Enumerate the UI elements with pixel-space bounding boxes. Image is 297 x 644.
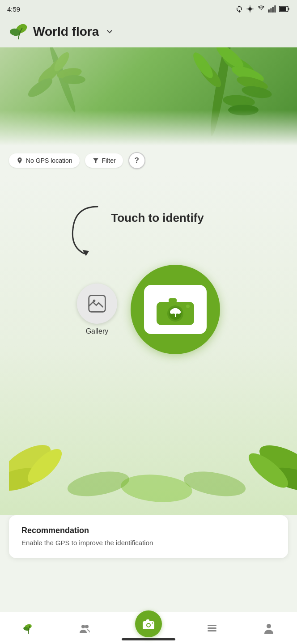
svg-point-45	[120, 472, 194, 505]
nav-community[interactable]	[72, 619, 98, 638]
help-button[interactable]: ?	[128, 152, 145, 169]
hero-fade	[0, 110, 297, 146]
recommendation-card: Recommendation Enable the GPS to improve…	[9, 515, 288, 558]
status-bar: 4:59	[0, 0, 297, 18]
leaf-logo	[9, 22, 28, 41]
gps-label: No GPS location	[26, 157, 72, 164]
recommendation-text: Enable the GPS to improve the identifica…	[21, 538, 276, 547]
battery-icon	[279, 6, 290, 12]
nav-community-icon	[79, 622, 91, 635]
main-content: Touch to identify Gallery	[0, 175, 297, 515]
svg-point-54	[147, 624, 150, 627]
touch-hint-area: Touch to identify	[66, 193, 204, 251]
plants-decoration	[9, 372, 297, 506]
header: World flora	[0, 18, 297, 47]
gallery-label: Gallery	[86, 327, 109, 335]
nav-home[interactable]	[15, 619, 42, 638]
nav-profile[interactable]	[255, 619, 282, 638]
nav-profile-icon	[263, 622, 275, 635]
bottom-plants	[9, 372, 288, 506]
curved-arrow-icon	[66, 202, 106, 260]
svg-rect-4	[275, 5, 276, 13]
status-icons	[235, 5, 290, 13]
gallery-button[interactable]: Gallery	[77, 284, 117, 335]
svg-rect-59	[208, 630, 216, 631]
gallery-circle	[77, 284, 117, 324]
svg-rect-2	[271, 8, 272, 13]
camera-icon-bg	[144, 285, 207, 334]
svg-rect-1	[268, 9, 270, 13]
touch-to-identify-label: Touch to identify	[111, 211, 204, 225]
dropdown-chevron-icon[interactable]	[105, 27, 114, 36]
nav-leaf-icon	[22, 622, 34, 635]
help-icon: ?	[134, 156, 139, 165]
identify-camera-button[interactable]	[131, 265, 220, 354]
filter-bar: No GPS location Filter ?	[0, 146, 297, 175]
camera-area: Gallery	[77, 265, 220, 354]
gallery-icon	[87, 294, 107, 314]
app-title: World flora	[33, 25, 99, 39]
nav-camera[interactable]	[128, 616, 169, 641]
svg-point-33	[186, 305, 190, 308]
wifi-icon	[257, 5, 266, 13]
location-pin-icon	[16, 157, 23, 164]
hero-image	[0, 47, 297, 146]
nav-camera-icon	[142, 618, 155, 630]
svg-point-0	[248, 7, 252, 11]
svg-point-56	[152, 622, 153, 623]
status-time: 4:59	[7, 5, 20, 13]
gps-button[interactable]: No GPS location	[9, 153, 80, 168]
filter-label: Filter	[102, 157, 116, 164]
svg-rect-6	[280, 7, 286, 11]
nav-camera-circle[interactable]	[135, 610, 162, 637]
svg-rect-58	[208, 627, 216, 629]
svg-point-60	[267, 624, 271, 628]
svg-rect-32	[169, 298, 177, 303]
svg-point-46	[66, 467, 132, 500]
nav-list[interactable]	[199, 619, 225, 638]
svg-rect-55	[146, 619, 149, 622]
filter-button[interactable]: Filter	[85, 153, 123, 168]
svg-rect-3	[272, 7, 274, 13]
svg-point-50	[81, 625, 85, 628]
camera-leaf-icon	[153, 293, 198, 326]
svg-point-14	[62, 75, 85, 84]
recommendation-title: Recommendation	[21, 526, 276, 535]
nav-list-icon	[206, 622, 218, 635]
signal-icon	[268, 5, 276, 13]
svg-point-51	[85, 625, 89, 628]
location-icon	[246, 5, 254, 13]
svg-point-47	[182, 467, 248, 500]
filter-icon	[92, 157, 99, 164]
home-indicator	[122, 638, 175, 640]
svg-rect-57	[208, 625, 216, 626]
svg-point-23	[190, 50, 216, 80]
sync-icon	[235, 5, 243, 13]
